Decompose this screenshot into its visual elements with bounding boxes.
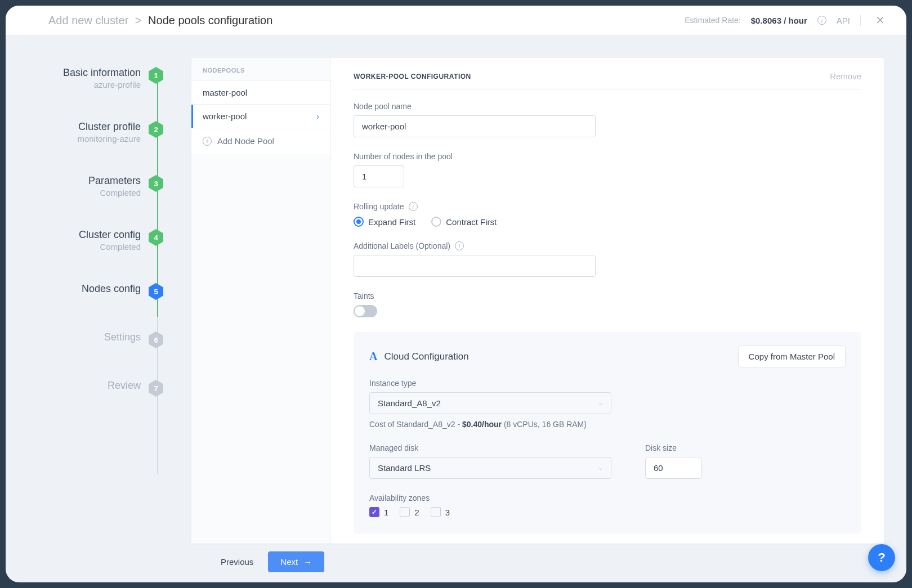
previous-button[interactable]: Previous [214, 553, 260, 571]
zones-group: Availability zones ✓ 1 2 [369, 493, 846, 517]
radio-contract-first[interactable]: Contract First [431, 217, 497, 227]
pool-name-input[interactable] [354, 115, 596, 137]
steps-sidebar: Basic information azure-profile 1 Cluste… [6, 35, 169, 582]
add-pool-label: Add Node Pool [217, 136, 274, 146]
toggle-knob-icon [355, 306, 365, 316]
header: Add new cluster > Node pools configurati… [6, 6, 906, 35]
step-title: Basic information [63, 67, 141, 79]
labels-input[interactable] [354, 255, 596, 277]
breadcrumb-root: Add new cluster [48, 14, 128, 26]
info-icon[interactable]: i [409, 202, 418, 211]
instance-type-select[interactable]: Standard_A8_v2 ⌄ [369, 392, 611, 414]
step-hexagon-icon: 3 [149, 175, 163, 192]
breadcrumb-current: Node pools configuration [148, 14, 272, 26]
zone-checkbox-3[interactable]: 3 [431, 507, 450, 517]
pool-label: master-pool [203, 88, 247, 97]
step-sub: Completed [88, 188, 141, 198]
step-hexagon-icon: 7 [149, 380, 163, 397]
info-icon[interactable]: i [455, 241, 464, 250]
step-title: Cluster config [79, 229, 141, 241]
instance-cost-text: Cost of Standard_A8_v2 - $0.40/hour (8 v… [369, 420, 846, 429]
taints-toggle[interactable] [354, 305, 377, 317]
managed-disk-label: Managed disk [369, 443, 611, 452]
zone-checkbox-1[interactable]: ✓ 1 [369, 507, 388, 517]
node-count-input[interactable] [354, 165, 404, 187]
labels-group: Additional Labels (Optional) i [354, 241, 861, 277]
cloud-configuration-box: A Cloud Configuration Copy from Master P… [354, 332, 861, 534]
zone-checkbox-2[interactable]: 2 [400, 507, 419, 517]
checkbox-icon [400, 507, 410, 517]
chevron-down-icon: ⌄ [598, 464, 603, 472]
node-count-group: Number of nodes in the pool [354, 152, 861, 187]
managed-disk-group: Managed disk Standard LRS ⌄ [369, 443, 611, 479]
node-pools-list: NODEPOOLS master-pool worker-pool › + Ad… [191, 58, 331, 544]
radio-icon [431, 217, 441, 227]
step-parameters[interactable]: Parameters Completed 3 [6, 175, 169, 198]
zones-label: Availability zones [369, 493, 846, 502]
plus-circle-icon: + [203, 137, 212, 146]
api-link[interactable]: API [837, 16, 850, 25]
step-hexagon-icon: 4 [149, 229, 163, 246]
breadcrumb-sep: > [135, 14, 142, 26]
chevron-down-icon: ⌄ [598, 400, 603, 407]
step-title: Parameters [88, 175, 141, 187]
form-title: WORKER-POOL CONFIGURATION [354, 73, 471, 80]
checkbox-icon: ✓ [369, 507, 379, 517]
chevron-right-icon: › [316, 112, 319, 121]
instance-type-group: Instance type Standard_A8_v2 ⌄ Cost of S… [369, 379, 846, 429]
breadcrumb: Add new cluster > Node pools configurati… [48, 14, 272, 27]
add-node-pool-button[interactable]: + Add Node Pool [191, 128, 330, 154]
step-review[interactable]: Review 7 [6, 380, 169, 397]
step-settings[interactable]: Settings 6 [6, 331, 169, 348]
wizard-footer: Previous Next → [191, 544, 884, 582]
taints-label: Taints [354, 291, 861, 300]
next-button[interactable]: Next → [268, 551, 324, 572]
wizard-window: Add new cluster > Node pools configurati… [6, 6, 906, 582]
rate-value: $0.8063 / hour [751, 16, 807, 25]
pool-item-master[interactable]: master-pool [191, 81, 330, 105]
step-cluster-config[interactable]: Cluster config Completed 4 [6, 229, 169, 252]
panel: NODEPOOLS master-pool worker-pool › + Ad… [191, 58, 884, 544]
form-header: WORKER-POOL CONFIGURATION Remove [354, 71, 861, 89]
copy-from-master-button[interactable]: Copy from Master Pool [738, 345, 846, 367]
header-right: Estimated Rate: $0.8063 / hour i API ✕ [685, 14, 889, 27]
pools-header: NODEPOOLS [191, 58, 330, 81]
pool-label: worker-pool [203, 111, 247, 121]
step-nodes-config[interactable]: Nodes config 5 [6, 283, 169, 300]
managed-disk-select[interactable]: Standard LRS ⌄ [369, 457, 611, 479]
pool-item-worker[interactable]: worker-pool › [191, 105, 330, 128]
step-hexagon-icon: 6 [149, 331, 163, 348]
help-fab-button[interactable]: ? [868, 544, 895, 571]
divider [860, 15, 861, 26]
checkbox-icon [431, 507, 441, 517]
close-icon[interactable]: ✕ [871, 14, 889, 27]
pool-name-label: Node pool name [354, 102, 861, 111]
step-title: Settings [104, 331, 141, 343]
remove-button[interactable]: Remove [830, 71, 861, 81]
arrow-right-icon: → [303, 557, 312, 567]
step-hexagon-icon: 1 [149, 67, 163, 84]
disk-size-input[interactable] [645, 457, 701, 479]
info-icon[interactable]: i [817, 16, 826, 25]
radio-icon [354, 217, 364, 227]
step-title: Review [108, 380, 141, 392]
step-hexagon-icon: 5 [149, 283, 163, 300]
step-title: Cluster profile [77, 121, 141, 133]
rolling-update-group: Rolling update i Expand First Contract F… [354, 202, 861, 227]
step-basic-information[interactable]: Basic information azure-profile 1 [6, 67, 169, 89]
step-sub: azure-profile [63, 80, 141, 89]
step-cluster-profile[interactable]: Cluster profile monitoring-azure 2 [6, 121, 169, 143]
node-count-label: Number of nodes in the pool [354, 152, 861, 161]
taints-group: Taints [354, 291, 861, 317]
labels-label: Additional Labels (Optional) i [354, 241, 861, 250]
disk-size-label: Disk size [645, 443, 701, 452]
body: Basic information azure-profile 1 Cluste… [6, 35, 906, 582]
step-title: Nodes config [82, 283, 141, 295]
azure-icon: A [369, 350, 377, 363]
step-hexagon-icon: 2 [149, 121, 163, 138]
instance-type-label: Instance type [369, 379, 846, 388]
form-area: WORKER-POOL CONFIGURATION Remove Node po… [331, 58, 884, 544]
main-area: NODEPOOLS master-pool worker-pool › + Ad… [169, 35, 906, 582]
radio-expand-first[interactable]: Expand First [354, 217, 415, 227]
pool-name-group: Node pool name [354, 102, 861, 137]
